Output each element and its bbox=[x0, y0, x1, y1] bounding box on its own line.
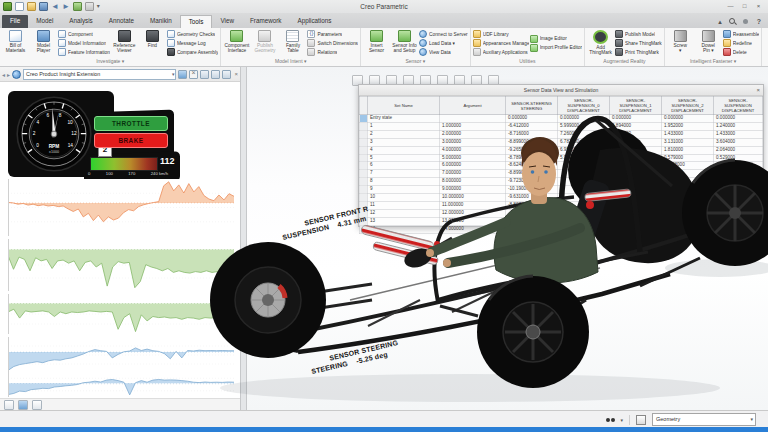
import-profile-editor-button[interactable]: Import Profile Editor bbox=[530, 44, 582, 52]
save-icon[interactable] bbox=[39, 2, 48, 11]
connect-to-server-button[interactable]: Connect to Server bbox=[419, 30, 468, 38]
sensor-data-window-titlebar[interactable]: Sensor Data View and Simulation × bbox=[359, 85, 763, 96]
table-row[interactable]: 44.000000-9.2650006.9550001.8100002.0640… bbox=[360, 146, 763, 154]
component-interface-button[interactable]: Component Interface bbox=[223, 29, 250, 54]
box-select-icon[interactable] bbox=[636, 415, 646, 425]
column-header-argument[interactable]: Argument bbox=[440, 97, 506, 115]
column-header-sensor-steering[interactable]: SENSOR-STEERINGSTEERING bbox=[506, 97, 558, 115]
add-thingmark-button[interactable]: Add ThingMark bbox=[587, 29, 614, 56]
column-header-set-name[interactable]: Set Name bbox=[368, 97, 440, 115]
redo-icon[interactable]: ► bbox=[62, 3, 70, 10]
tab-file[interactable]: File bbox=[2, 15, 28, 28]
component-button[interactable]: Component bbox=[58, 30, 110, 38]
minimize-button[interactable]: — bbox=[724, 2, 737, 11]
reassemble-button[interactable]: Reassemble bbox=[723, 30, 760, 38]
stop-icon[interactable] bbox=[189, 70, 198, 79]
publish-geometry-button[interactable]: Publish Geometry bbox=[251, 29, 278, 54]
relations-button[interactable]: Relations bbox=[307, 48, 358, 56]
find-button[interactable]: Find bbox=[139, 29, 166, 48]
column-header-sensor-suspension-0[interactable]: SENSOR-SUSPENSION_0DISPLACEMENT bbox=[558, 97, 610, 115]
dowel-pin-button[interactable]: Dowel Pin ▾ bbox=[695, 29, 722, 54]
new-icon[interactable] bbox=[15, 2, 24, 11]
view-data-button[interactable]: View Data bbox=[419, 48, 468, 56]
image-editor-button[interactable]: Image Editor bbox=[530, 35, 582, 43]
delete-button[interactable]: Delete bbox=[723, 48, 760, 56]
ribbon-group-label[interactable]: Augmented Reality bbox=[587, 57, 662, 65]
open-icon[interactable] bbox=[27, 2, 36, 11]
auxiliary-applications-button[interactable]: Auxiliary Applications bbox=[473, 48, 529, 56]
screw-button[interactable]: Screw ▾ bbox=[667, 29, 694, 54]
regenerate-icon[interactable] bbox=[73, 2, 82, 11]
publish-model-button[interactable]: Publish Model bbox=[615, 30, 662, 38]
close-button[interactable]: × bbox=[752, 2, 765, 11]
print-thingmark-button[interactable]: Print ThingMark bbox=[615, 48, 662, 56]
tab-applications[interactable]: Applications bbox=[289, 15, 339, 28]
family-table-button[interactable]: Family Table bbox=[279, 29, 306, 54]
layout-icon[interactable] bbox=[32, 400, 42, 410]
table-row[interactable]: 77.000000-8.8990000.4680000.284000 bbox=[360, 170, 763, 178]
titlebar[interactable]: ◄►▾ Creo Parametric — □ × bbox=[0, 0, 768, 14]
table-row[interactable]: 33.000000-8.8990006.7820003.1310003.6040… bbox=[360, 138, 763, 146]
help-icon[interactable] bbox=[755, 18, 763, 26]
message-log-button[interactable]: Message Log bbox=[167, 39, 219, 47]
column-header-sensor-suspension-2[interactable]: SENSOR-SUSPENSION_2DISPLACEMENT bbox=[662, 97, 714, 115]
tab-annotate[interactable]: Annotate bbox=[101, 15, 142, 28]
share-thingmark-button[interactable]: Share ThingMark bbox=[615, 39, 662, 47]
compare-assembly-button[interactable]: Compare Assembly bbox=[167, 48, 219, 56]
find-dropdown-icon[interactable]: ▾ bbox=[620, 417, 623, 423]
dashboard-icon[interactable] bbox=[18, 400, 28, 410]
ribbon-group-label[interactable]: Model Intent ▾ bbox=[223, 57, 358, 65]
column-header-sensor-suspension-1[interactable]: SENSOR-SUSPENSION_1DISPLACEMENT bbox=[610, 97, 662, 115]
tab-framework[interactable]: Framework bbox=[242, 15, 290, 28]
table-row[interactable]: 1414.000000 bbox=[360, 225, 763, 233]
close-icon[interactable]: × bbox=[756, 85, 760, 95]
back-icon[interactable]: ◂ bbox=[2, 71, 5, 78]
table-row[interactable]: 66.000000-8.624000-0.448000-0.753000 bbox=[360, 162, 763, 170]
load-data-button[interactable]: Load Data ▾ bbox=[419, 39, 468, 47]
dropdown-icon[interactable]: ▾ bbox=[97, 3, 100, 10]
tab-manikin[interactable]: Manikin bbox=[142, 15, 180, 28]
sensor-info-and-setup-button[interactable]: Sensor Info and Setup bbox=[391, 29, 418, 54]
tab-analysis[interactable]: Analysis bbox=[61, 15, 100, 28]
table-row[interactable]: 22.000000-8.7160007.2600006.3700001.4330… bbox=[360, 130, 763, 138]
ribbon-group-label[interactable]: Intelligent Fastener ▾ bbox=[667, 57, 760, 65]
selection-filter-combo[interactable]: Geometry bbox=[652, 413, 756, 426]
geometry-checks-button[interactable]: Geometry Checks bbox=[167, 30, 219, 38]
snapshot-icon[interactable] bbox=[211, 70, 220, 79]
ribbon-group-label[interactable]: Investigate ▾ bbox=[2, 57, 218, 65]
panel-splitter[interactable] bbox=[240, 66, 247, 410]
sync-icon[interactable] bbox=[178, 70, 187, 79]
app-icon[interactable] bbox=[3, 2, 12, 11]
table-row[interactable]: 55.000000-8.7890005.9690000.5790000.5290… bbox=[360, 154, 763, 162]
table-row[interactable]: 11.000000-6.4120005.9990006.8940001.9520… bbox=[360, 122, 763, 130]
ribbon-group-label[interactable]: Utilities bbox=[473, 57, 582, 65]
forward-icon[interactable]: ▸ bbox=[7, 71, 10, 78]
model-player-button[interactable]: Model Player bbox=[30, 29, 57, 54]
search-icon[interactable] bbox=[729, 18, 737, 26]
parameters-button[interactable]: Parameters bbox=[307, 30, 358, 38]
presence-icon[interactable] bbox=[742, 18, 750, 26]
minimize-ribbon-icon[interactable] bbox=[716, 18, 724, 26]
tab-view[interactable]: View bbox=[212, 15, 242, 28]
switch-dimensions-button[interactable]: Switch Dimensions bbox=[307, 39, 358, 47]
insert-sensor-button[interactable]: Insert Sensor bbox=[363, 29, 390, 54]
tab-tools[interactable]: Tools bbox=[180, 15, 213, 29]
tab-model[interactable]: Model bbox=[28, 15, 61, 28]
ribbon-group-label[interactable]: Sensor ▾ bbox=[363, 57, 468, 65]
restore-button[interactable]: □ bbox=[738, 2, 751, 11]
column-header-sensor-suspension[interactable]: SENSOR-SUSPENSIONDISPLACEMENT bbox=[714, 97, 763, 115]
reference-viewer-button[interactable]: Reference Viewer bbox=[111, 29, 138, 54]
find-icon[interactable] bbox=[606, 418, 610, 422]
udf-library-button[interactable]: UDF Library bbox=[473, 30, 529, 38]
redefine-button[interactable]: Redefine bbox=[723, 39, 760, 47]
undo-icon[interactable]: ◄ bbox=[51, 3, 59, 10]
windows-icon[interactable] bbox=[85, 2, 94, 11]
home-icon[interactable] bbox=[200, 70, 209, 79]
feature-information-button[interactable]: Feature Information bbox=[58, 48, 110, 56]
panel-close-icon[interactable]: × bbox=[234, 71, 238, 77]
appearances-manager-button[interactable]: Appearances Manager bbox=[473, 39, 529, 47]
bill-of-materials-button[interactable]: Bill of Materials bbox=[2, 29, 29, 54]
table-row[interactable]: Entry state0.0000000.0000000.0000000.000… bbox=[360, 115, 763, 123]
model-information-button[interactable]: Model Information bbox=[58, 39, 110, 47]
browser-url-combo[interactable]: Creo Product Insight Extension bbox=[23, 69, 176, 80]
